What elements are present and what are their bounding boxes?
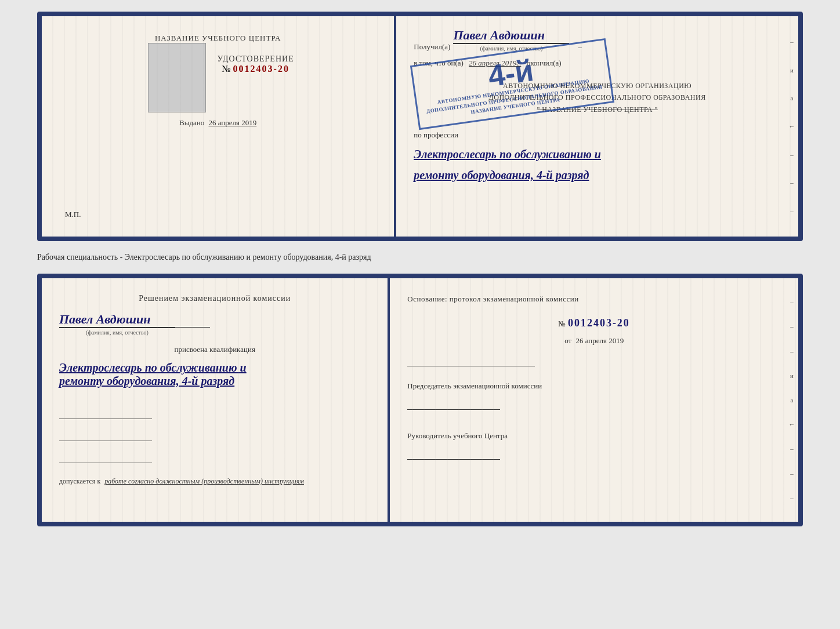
osnov-label: Основание: протокол экзаменационной коми… <box>407 292 781 306</box>
dash-sep <box>407 355 535 366</box>
prisvoen-label: присвоена квалификация <box>174 345 255 354</box>
vydano-line: Выдано 26 апреля 2019 <box>179 118 256 128</box>
recipient-name: Павел Авдюшин <box>453 28 545 43</box>
po-professii-label: по профессии <box>414 128 781 141</box>
dopuskaetsya-text: работе согласно должностным (производств… <box>104 477 304 485</box>
top-right-page: Получил(а) Павел Авдюшин (фамилия, имя, … <box>396 16 798 237</box>
cert-number-prefix: № <box>222 64 230 74</box>
bottom-side-decorations: – – – и а ← – – – <box>785 278 798 522</box>
vydano-date: 26 апреля 2019 <box>208 118 256 127</box>
left-middle-row: УДОСТОВЕРЕНИЕ № 0012403-20 <box>142 43 294 112</box>
bottom-right-page: Основание: протокол экзаменационной коми… <box>390 278 798 522</box>
protocol-number-prefix: № <box>558 319 565 328</box>
bottom-name-block: Павел Авдюшин (фамилия, имя, отчество) <box>59 312 370 336</box>
top-left-title: НАЗВАНИЕ УЧЕБНОГО ЦЕНТРА <box>155 34 281 43</box>
side-decorations: – и а ← – – – <box>785 16 798 237</box>
predsedatel-block: Председатель экзаменационной комиссии <box>407 380 781 414</box>
bottom-left-page: Решением экзаменационной комиссии Павел … <box>42 278 390 522</box>
dopuskaetsya-block: допускается к работе согласно должностны… <box>59 477 370 486</box>
org-line2: ДОПОЛНИТЕЛЬНОГО ПРОФЕССИОНАЛЬНОГО ОБРАЗО… <box>414 92 781 103</box>
ot-date: 26 апреля 2019 <box>575 336 624 345</box>
subtitle-text: Рабочая специальность - Электрослесарь п… <box>37 250 803 264</box>
vtom-label: в том, что он(а) <box>414 59 464 67</box>
protocol-number-block: № 0012403-20 <box>407 317 781 329</box>
ot-date-block: от 26 апреля 2019 <box>407 336 781 346</box>
bottom-fio-subtext: (фамилия, имя, отчество) <box>59 328 175 336</box>
org-block: АВТОНОМНУЮ НЕКОММЕРЧЕСКУЮ ОРГАНИЗАЦИЮ ДО… <box>414 80 781 115</box>
rukov-sig-line <box>407 448 500 460</box>
osnov-block: Основание: протокол экзаменационной коми… <box>407 292 781 306</box>
profession-block: по профессии Электрослесарь по обслужива… <box>414 128 781 186</box>
udostoverenie-title: УДОСТОВЕРЕНИЕ <box>218 54 294 64</box>
poluchil-label: Получил(а) <box>414 42 450 52</box>
top-left-page: НАЗВАНИЕ УЧЕБНОГО ЦЕНТРА УДОСТОВЕРЕНИЕ №… <box>42 16 396 237</box>
sig-line-3 <box>59 452 152 463</box>
cert-number: 0012403-20 <box>233 64 289 74</box>
bottom-document: Решением экзаменационной комиссии Павел … <box>37 274 803 526</box>
sig-line-1 <box>59 408 152 419</box>
org-line3: " НАЗВАНИЕ УЧЕБНОГО ЦЕНТРА " <box>414 104 781 115</box>
ot-label: от <box>564 336 571 345</box>
protocol-number: 0012403-20 <box>568 317 630 329</box>
vtom-date: 26 апреля 2019г. <box>469 59 521 67</box>
top-document: НАЗВАНИЕ УЧЕБНОГО ЦЕНТРА УДОСТОВЕРЕНИЕ №… <box>37 12 803 241</box>
vtom-block: в том, что он(а) 26 апреля 2019г. окончи… <box>414 57 781 70</box>
vydano-label: Выдано <box>179 118 204 127</box>
poluchil-block: Получил(а) Павел Авдюшин (фамилия, имя, … <box>414 28 781 52</box>
fio-subtext: (фамилия, имя, отчество) <box>453 43 569 52</box>
bottom-recipient-name: Павел Авдюшин <box>59 312 151 327</box>
bottom-profession-block: Электрослесарь по обслуживанию и ремонту… <box>59 361 370 388</box>
rukov-label: Руководитель учебного Центра <box>407 430 781 442</box>
prisvoen-block: присвоена квалификация <box>59 345 370 354</box>
predsedatel-sig-line <box>407 398 500 410</box>
photo-placeholder <box>148 43 206 112</box>
bottom-profession-line1: Электрослесарь по обслуживанию и <box>59 361 370 375</box>
resolution-title: Решением экзаменационной комиссии <box>59 292 370 305</box>
bottom-profession-line2: ремонту оборудования, 4-й разряд <box>59 375 370 388</box>
dopuskaetsya-label: допускается к <box>59 477 100 485</box>
udostoverenie-block: УДОСТОВЕРЕНИЕ № 0012403-20 <box>218 54 294 74</box>
profession-line2: ремонту оборудования, 4-й разряд <box>414 165 781 186</box>
org-line1: АВТОНОМНУЮ НЕКОММЕРЧЕСКУЮ ОРГАНИЗАЦИЮ <box>414 80 781 92</box>
dash-after-name: – <box>578 42 582 52</box>
cert-number-line: № 0012403-20 <box>218 64 294 74</box>
okonchil-label: окончил(а) <box>527 59 562 67</box>
rukov-block: Руководитель учебного Центра <box>407 430 781 464</box>
mp-label: М.П. <box>65 210 81 219</box>
sig-lines <box>59 402 370 463</box>
predsedatel-label: Председатель экзаменационной комиссии <box>407 380 781 392</box>
profession-line1: Электрослесарь по обслуживанию и <box>414 144 781 165</box>
sig-line-2 <box>59 430 152 441</box>
